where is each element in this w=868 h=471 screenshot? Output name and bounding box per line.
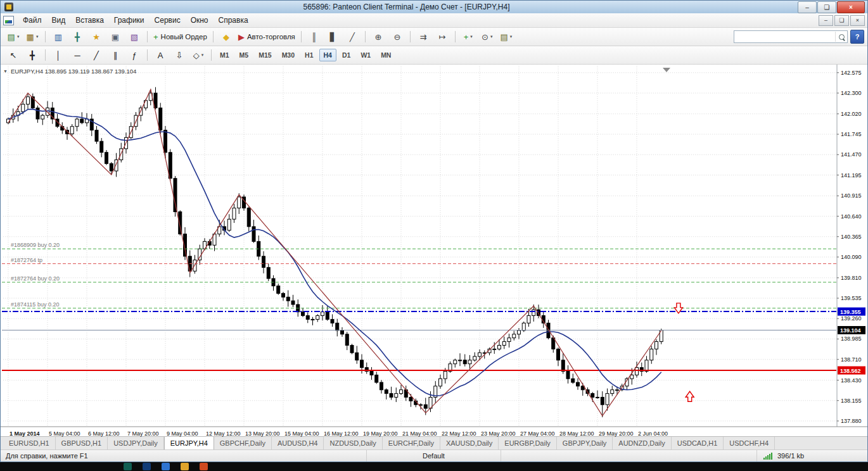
timeframe-M1[interactable]: M1 bbox=[215, 49, 234, 61]
chart-shift-marker[interactable] bbox=[663, 68, 670, 72]
shapes-button[interactable]: ◇▾ bbox=[189, 47, 207, 63]
chevron-down-icon: ▾ bbox=[36, 34, 39, 39]
timeframe-M5[interactable]: M5 bbox=[235, 49, 253, 61]
crosshair-button[interactable]: ╋ bbox=[23, 47, 41, 63]
timeframe-D1[interactable]: D1 bbox=[338, 49, 355, 61]
chart-shift-button[interactable]: ↦ bbox=[433, 29, 451, 44]
terminal-button[interactable]: ▣ bbox=[106, 29, 124, 44]
periods-button[interactable]: ⊙▾ bbox=[478, 29, 496, 44]
mdi-restore-button[interactable]: ❏ bbox=[834, 15, 849, 26]
toolbar-separator bbox=[365, 31, 366, 42]
line-mode-icon: ╱ bbox=[350, 33, 355, 41]
arrow-up-icon[interactable] bbox=[686, 391, 694, 401]
mdi-close-button[interactable]: × bbox=[850, 15, 865, 26]
timeframe-M15[interactable]: M15 bbox=[254, 49, 276, 61]
text-label-button[interactable]: A bbox=[151, 47, 169, 63]
toolbar-separator bbox=[45, 31, 46, 42]
menu-Сервис[interactable]: Сервис bbox=[150, 14, 186, 27]
new-chart-button[interactable]: ▤▾ bbox=[4, 29, 22, 44]
price-badge-value: 138.562 bbox=[840, 368, 861, 374]
toolbar-separator bbox=[410, 31, 411, 42]
menu-Графики[interactable]: Графики bbox=[109, 14, 150, 27]
taskbar-icon-5[interactable] bbox=[200, 463, 208, 470]
one-click-trading-arrow-icon[interactable]: ▼ bbox=[3, 69, 8, 73]
time-tick: 23 May 20:00 bbox=[481, 430, 516, 437]
order-line-label: #1872764 tp bbox=[11, 257, 42, 263]
title-bar: 565896: Panteon Client Terminal - Демо С… bbox=[1, 1, 867, 13]
candles-mode-button[interactable]: ▋ bbox=[324, 29, 342, 44]
time-tick: 16 May 12:00 bbox=[324, 430, 359, 437]
chart-area[interactable]: #1868909 buy 0.20#1872764 tp#1872764 buy… bbox=[1, 65, 867, 436]
price-badge-value: 139.355 bbox=[840, 309, 861, 315]
order-line-label: #1874115 buy 0.20 bbox=[11, 301, 59, 308]
price-tick: 138.985 bbox=[841, 336, 862, 342]
templates-button[interactable]: ▤▾ bbox=[497, 29, 515, 44]
chevron-down-icon: ▾ bbox=[201, 53, 204, 58]
zoom-in-button[interactable]: ⊕ bbox=[369, 29, 387, 44]
toolbar-draw: ↖╋│─╱∥ƒA⇩◇▾ M1M5M15M30H1H4D1W1MN bbox=[1, 46, 867, 65]
profiles-button[interactable]: ▦▾ bbox=[23, 29, 41, 44]
chart-canvas[interactable]: #1868909 buy 0.20#1872764 tp#1872764 buy… bbox=[1, 65, 867, 439]
timeframe-W1[interactable]: W1 bbox=[356, 49, 375, 61]
taskbar-icon-2[interactable] bbox=[143, 463, 151, 470]
menu-items: ФайлВидВставкаГрафикиСервисОкноСправка bbox=[18, 14, 253, 27]
status-connection: 396/1 kb bbox=[756, 450, 867, 462]
window-title: 565896: Panteon Client Terminal - Демо С… bbox=[16, 3, 797, 11]
taskbar-icon-1[interactable] bbox=[124, 463, 132, 470]
restore-button[interactable]: ❏ bbox=[817, 1, 836, 13]
status-profile[interactable]: Default bbox=[367, 450, 501, 462]
equidistant-channel-button[interactable]: ∥ bbox=[106, 47, 124, 63]
close-button[interactable]: × bbox=[837, 1, 865, 13]
horizontal-line-button[interactable]: ─ bbox=[68, 47, 86, 63]
time-tick: 19 May 20:00 bbox=[363, 430, 398, 437]
time-tick: 13 May 20:00 bbox=[245, 430, 280, 437]
search-button[interactable] bbox=[835, 32, 847, 42]
strategy-tester-icon: ▧ bbox=[131, 33, 138, 41]
menu-Файл[interactable]: Файл bbox=[18, 14, 47, 27]
price-tick: 139.535 bbox=[841, 295, 862, 301]
trendline-button[interactable]: ╱ bbox=[87, 47, 105, 63]
menu-Окно[interactable]: Окно bbox=[186, 14, 214, 27]
mdi-minimize-button[interactable]: – bbox=[819, 15, 833, 26]
time-axis: 1 May 20145 May 04:006 May 12:007 May 20… bbox=[10, 430, 668, 437]
grid-layer bbox=[3, 66, 836, 427]
vertical-line-button[interactable]: │ bbox=[49, 47, 67, 63]
new-order-button[interactable]: +Новый Ордер bbox=[151, 29, 209, 44]
taskbar-icon-4[interactable] bbox=[181, 463, 189, 470]
taskbar-icon-3[interactable] bbox=[162, 463, 170, 470]
fibonacci-button[interactable]: ƒ bbox=[125, 47, 143, 63]
timeframe-M30[interactable]: M30 bbox=[278, 49, 299, 61]
timeframe-H1[interactable]: H1 bbox=[300, 49, 317, 61]
data-window-button[interactable]: ╋ bbox=[68, 29, 86, 44]
cursor-button[interactable]: ↖ bbox=[4, 47, 22, 63]
indicators-button[interactable]: +▾ bbox=[459, 29, 477, 44]
chevron-down-icon: ▾ bbox=[510, 34, 513, 39]
timeframe-MN[interactable]: MN bbox=[376, 49, 395, 61]
market-watch-button[interactable]: ▥ bbox=[49, 29, 67, 44]
minimize-button[interactable]: – bbox=[798, 1, 817, 13]
line-mode-button[interactable]: ╱ bbox=[343, 29, 361, 44]
periods-icon: ⊙ bbox=[482, 33, 488, 41]
navigator-button[interactable]: ★ bbox=[87, 29, 105, 44]
menu-Справка[interactable]: Справка bbox=[214, 14, 253, 27]
timeframe-H4[interactable]: H4 bbox=[319, 49, 336, 61]
chevron-down-icon: ▾ bbox=[17, 34, 20, 39]
autotrading-button[interactable]: ▶Авто-торговля bbox=[236, 29, 297, 44]
bars-mode-button[interactable]: ║ bbox=[305, 29, 323, 44]
strategy-tester-button[interactable]: ▧ bbox=[125, 29, 143, 44]
price-tick: 138.710 bbox=[841, 356, 862, 363]
time-tick: 27 May 04:00 bbox=[520, 430, 555, 437]
arrows-objects-button[interactable]: ⇩ bbox=[170, 47, 188, 63]
status-help-text: Для справки, нажмите F1 bbox=[1, 450, 367, 462]
search-input[interactable] bbox=[734, 32, 835, 41]
price-tick: 142.020 bbox=[841, 111, 862, 117]
time-tick: 9 May 04:00 bbox=[167, 430, 198, 437]
price-tick: 140.090 bbox=[841, 254, 862, 260]
menu-Вид[interactable]: Вид bbox=[47, 14, 71, 27]
zoom-out-button[interactable]: ⊖ bbox=[388, 29, 406, 44]
price-tick: 139.260 bbox=[841, 315, 862, 322]
menu-Вставка[interactable]: Вставка bbox=[70, 14, 109, 27]
auto-scroll-button[interactable]: ⇉ bbox=[414, 29, 432, 44]
metaeditor-button[interactable]: ◆ bbox=[217, 29, 235, 44]
community-button[interactable]: ? bbox=[850, 30, 864, 44]
